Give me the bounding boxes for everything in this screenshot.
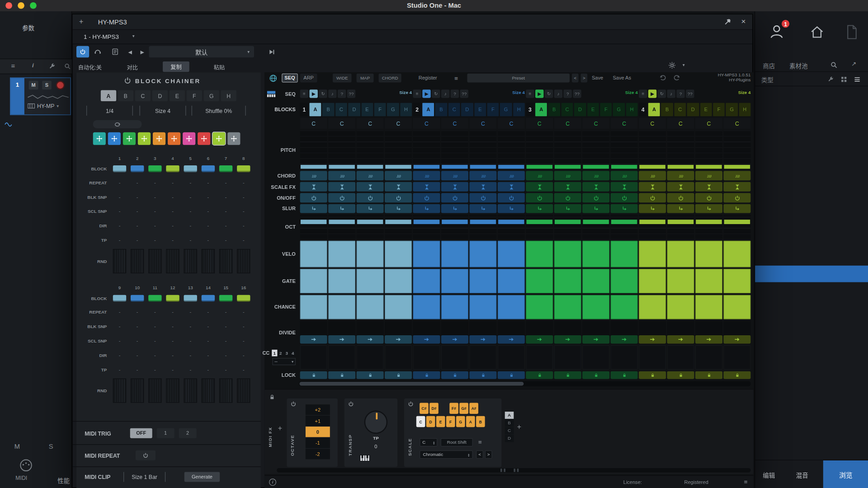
power-icon[interactable] <box>291 401 296 407</box>
seq-cell-chord[interactable]: ♪♪♪ <box>639 171 666 180</box>
chainer-value-cell[interactable]: - <box>111 367 128 372</box>
chainer-value-cell[interactable]: - <box>146 237 164 243</box>
seq-cell-gate[interactable] <box>357 269 384 293</box>
seq-cell-chord[interactable]: ♪♪♪ <box>385 171 412 180</box>
seq-cell-oct[interactable] <box>441 215 468 239</box>
save-as-button[interactable]: Save As <box>613 75 631 81</box>
seq-cell-onoff[interactable] <box>582 193 609 202</box>
seq-cell-divide[interactable] <box>611 321 638 343</box>
note-header[interactable]: C <box>300 118 327 129</box>
instrument-row[interactable]: HY-MP ▾ <box>28 103 59 109</box>
compare-button[interactable]: 对比 <box>127 63 137 71</box>
seq-cell-scalefx[interactable] <box>526 182 553 192</box>
cc-dropdown[interactable]: --▾ <box>272 358 295 365</box>
block-letter-H[interactable]: H <box>400 103 412 116</box>
seq-cell-onoff[interactable] <box>300 193 327 202</box>
block-letter-D[interactable]: D <box>687 103 699 116</box>
midi-trig-2-button[interactable]: 2 <box>179 428 197 438</box>
seq-cell-gate[interactable] <box>413 269 440 293</box>
cc-channel-4[interactable]: 4 <box>290 350 296 357</box>
track-mute-button[interactable]: M <box>29 81 38 90</box>
seq-cell-divide[interactable] <box>328 321 355 343</box>
add-plugin-button[interactable]: + <box>79 17 83 25</box>
chainer-block-cell[interactable] <box>184 295 197 302</box>
chainer-block-cell[interactable] <box>131 295 144 302</box>
seq-cell-gate[interactable] <box>667 269 694 293</box>
block-letter-A[interactable]: A <box>422 103 434 116</box>
block-letter-B[interactable]: B <box>661 103 673 116</box>
block-note-button[interactable]: ♪ <box>554 89 562 98</box>
pool-tab[interactable]: 素材池 <box>789 61 807 70</box>
chainer-value-cell[interactable]: - <box>217 180 235 185</box>
chainer-rnd-slider[interactable] <box>184 249 197 273</box>
seq-cell-lock[interactable] <box>723 371 750 379</box>
chainer-value-cell[interactable]: - <box>146 367 164 372</box>
seq-cell-oct[interactable] <box>413 215 440 239</box>
seq-cell-velo[interactable] <box>357 241 384 267</box>
params-tab[interactable]: 参数 <box>22 23 34 32</box>
prev-preset-button[interactable]: ◀ <box>125 46 136 58</box>
scale-key-A#[interactable]: A# <box>469 403 478 413</box>
chainer-block-cell[interactable] <box>148 165 161 172</box>
chainer-block-cell[interactable] <box>131 165 144 172</box>
power-icon[interactable] <box>408 401 413 407</box>
chainer-value-cell[interactable]: - <box>146 180 164 185</box>
plugin-titlebar[interactable]: + HY-MPS3 × <box>72 14 752 30</box>
chainer-slot-A[interactable]: A <box>101 90 116 101</box>
chainer-value-cell[interactable]: - <box>217 223 235 228</box>
chainer-value-cell[interactable]: - <box>199 338 217 343</box>
track-number[interactable]: 1 <box>10 78 24 115</box>
seq-cell-onoff[interactable] <box>441 193 468 202</box>
note-header[interactable]: C <box>695 118 722 129</box>
track-solo-button[interactable]: S <box>42 81 52 90</box>
seq-cell-chord[interactable]: ♪♪♪ <box>413 171 440 180</box>
divide-strip[interactable] <box>441 335 468 343</box>
seq-cell-lock[interactable] <box>611 371 638 379</box>
cc-channel-3[interactable]: 3 <box>284 350 289 357</box>
seq-cell-pitch[interactable] <box>723 131 750 169</box>
selected-browser-row[interactable] <box>755 266 868 282</box>
seq-cell-gate[interactable] <box>498 269 525 293</box>
chainer-value-cell[interactable]: - <box>111 209 128 214</box>
scale-key-G[interactable]: G <box>456 416 465 427</box>
chainer-value-cell[interactable]: - <box>128 367 146 372</box>
seq-cell-chord[interactable]: ♪♪♪ <box>328 171 355 180</box>
octave-value-+1[interactable]: +1 <box>306 416 330 426</box>
seq-cell-onoff[interactable] <box>526 193 553 202</box>
scale-key-C#[interactable]: C# <box>420 403 429 413</box>
seq-cell-gate[interactable] <box>554 269 581 293</box>
seq-cell-scalefx[interactable] <box>357 182 384 192</box>
chainer-value-cell[interactable]: - <box>199 209 217 214</box>
seq-cell-scalefx[interactable] <box>441 182 468 192</box>
seq-scrollbar[interactable] <box>299 381 750 386</box>
tab-seq[interactable]: SEQ <box>282 74 298 83</box>
seq-cell-divide[interactable] <box>357 321 384 343</box>
seq-cell-divide[interactable] <box>526 321 553 343</box>
seq-cell-cc[interactable] <box>469 345 496 370</box>
seq-cell-onoff[interactable] <box>639 193 666 202</box>
seq-cell-lock[interactable] <box>357 371 384 379</box>
block-letter-D[interactable]: D <box>348 103 360 116</box>
chainer-value-cell[interactable]: - <box>217 237 235 243</box>
power-icon[interactable] <box>348 401 354 407</box>
block-play-button[interactable]: ▶ <box>309 89 317 98</box>
note-header[interactable]: C <box>413 118 440 129</box>
palette-swatch-9[interactable] <box>212 132 225 145</box>
seq-cell-divide[interactable] <box>498 321 525 343</box>
seq-cell-lock[interactable] <box>554 371 581 379</box>
fx-scrollbar[interactable] <box>277 468 750 473</box>
seq-cell-lock[interactable] <box>695 371 722 379</box>
seq-cell-chance[interactable] <box>357 295 384 319</box>
store-tab[interactable]: 商店 <box>763 61 775 70</box>
generate-button[interactable]: Generate <box>184 472 220 482</box>
seq-cell-slur[interactable] <box>695 204 722 213</box>
type-column-header[interactable]: 类型 <box>761 75 774 84</box>
midi-repeat-power-button[interactable] <box>136 450 156 460</box>
chainer-value-cell[interactable]: - <box>111 237 128 243</box>
seq-cell-pitch[interactable] <box>300 131 327 169</box>
seq-cell-scalefx[interactable] <box>639 182 666 192</box>
seq-cell-oct[interactable] <box>611 215 638 239</box>
chainer-value-cell[interactable]: - <box>164 324 181 329</box>
midi-label[interactable]: MIDI <box>15 475 27 481</box>
seq-cell-divide[interactable] <box>667 321 694 343</box>
